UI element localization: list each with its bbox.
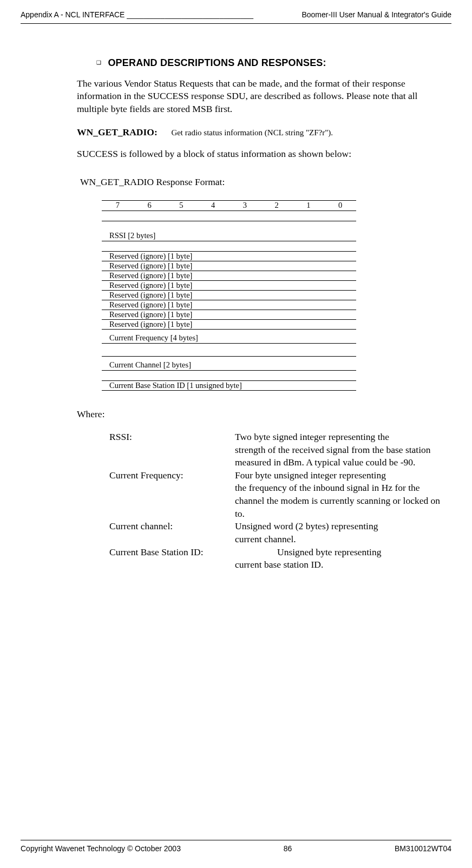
footer-left: Copyright Wavenet Technology © October 2… — [21, 844, 181, 854]
def-desc: Two byte signed integer representing the — [235, 431, 451, 444]
bit-col: 1 — [293, 200, 325, 211]
definitions-block: RSSI: Two byte signed integer representi… — [109, 431, 451, 571]
def-term: Current Base Station ID: — [109, 546, 277, 559]
table-blank — [102, 344, 356, 357]
wn-get-radio-row: WN_GET_RADIO: Get radio status informati… — [77, 126, 451, 139]
def-desc-cont: current channel. — [235, 533, 451, 546]
def-desc: Unsigned byte representing — [277, 546, 451, 559]
header-left: Appendix A - NCL INTERFACE _____________… — [21, 10, 253, 20]
section-title: OPERAND DESCRIPTIONS AND RESPONSES: — [108, 57, 326, 68]
reserved-row: Reserved (ignore) [1 byte] — [102, 291, 356, 300]
current-base-station-row: Current Base Station ID [1 unsigned byte… — [102, 381, 356, 391]
success-paragraph: SUCCESS is followed by a block of status… — [77, 148, 451, 161]
footer-right: BM310012WT04 — [395, 844, 451, 854]
reserved-row: Reserved (ignore) [1 byte] — [102, 271, 356, 281]
header-rule — [21, 23, 451, 24]
bit-col: 3 — [229, 200, 261, 211]
bit-col: 4 — [197, 200, 229, 211]
intro-paragraph: The various Vendor Status Requests that … — [77, 77, 451, 116]
reserved-row: Reserved (ignore) [1 byte] — [102, 281, 356, 291]
table-gap — [102, 211, 356, 221]
page-footer: Copyright Wavenet Technology © October 2… — [21, 840, 451, 854]
def-desc: Four byte unsigned integer representing — [235, 469, 451, 482]
section-heading-row: ❑ OPERAND DESCRIPTIONS AND RESPONSES: — [77, 56, 451, 70]
bit-col: 7 — [102, 200, 134, 211]
reserved-row: Reserved (ignore) [1 byte] — [102, 310, 356, 320]
reserved-row: Reserved (ignore) [1 byte] — [102, 261, 356, 271]
where-label: Where: — [77, 408, 451, 421]
reserved-row: Reserved (ignore) [1 byte] — [102, 300, 356, 310]
page-header: Appendix A - NCL INTERFACE _____________… — [0, 10, 472, 22]
bit-col: 5 — [166, 200, 198, 211]
bit-col: 2 — [261, 200, 293, 211]
def-term: Current channel: — [109, 520, 235, 533]
rssi-row: RSSI [2 bytes] — [102, 221, 356, 241]
def-current-channel: Current channel: Unsigned word (2 bytes)… — [109, 520, 451, 533]
square-bullet-icon: ❑ — [96, 59, 101, 67]
header-right: Boomer-III User Manual & Integrator's Gu… — [301, 10, 451, 20]
def-desc-cont: current base station ID. — [235, 558, 451, 571]
wn-get-radio-desc: Get radio status information (NCL string… — [171, 128, 333, 137]
table-gap — [102, 371, 356, 381]
current-frequency-row: Current Frequency [4 bytes] — [102, 330, 356, 344]
response-format-table: 7 6 5 4 3 2 1 0 RSSI [2 bytes] Reserved … — [102, 200, 356, 391]
def-current-base-station: Current Base Station ID: Unsigned byte r… — [109, 546, 451, 559]
bit-header-row: 7 6 5 4 3 2 1 0 — [102, 200, 356, 211]
def-term: RSSI: — [109, 431, 235, 444]
def-term: Current Frequency: — [109, 469, 235, 482]
response-format-title: WN_GET_RADIO Response Format: — [80, 176, 451, 189]
footer-page-number: 86 — [284, 844, 292, 854]
reserved-row: Reserved (ignore) [1 byte] — [102, 252, 356, 261]
def-current-frequency: Current Frequency: Four byte unsigned in… — [109, 469, 451, 482]
def-desc: Unsigned word (2 bytes) representing — [235, 520, 451, 533]
bit-col: 6 — [134, 200, 166, 211]
table-gap — [102, 241, 356, 252]
def-desc-cont: the frequency of the inbound signal in H… — [235, 482, 451, 520]
content-area: ❑ OPERAND DESCRIPTIONS AND RESPONSES: Th… — [0, 56, 472, 571]
wn-get-radio-label: WN_GET_RADIO: — [77, 126, 169, 139]
current-channel-row: Current Channel [2 bytes] — [102, 357, 356, 371]
page: Appendix A - NCL INTERFACE _____________… — [0, 0, 472, 868]
def-desc-cont: strength of the received signal from the… — [235, 444, 451, 469]
bit-col: 0 — [324, 200, 356, 211]
def-rssi: RSSI: Two byte signed integer representi… — [109, 431, 451, 444]
reserved-row: Reserved (ignore) [1 byte] — [102, 320, 356, 330]
